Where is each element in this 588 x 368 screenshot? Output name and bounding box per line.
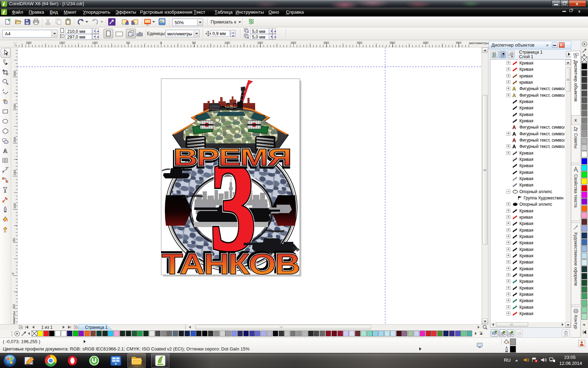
svg-text:3: 3 [508,54,510,56]
svg-text:ВРЕМЯ: ВРЕМЯ [173,144,291,170]
svg-text:x: x [247,31,249,33]
svg-text:ТАНКОВ: ТАНКОВ [161,248,299,275]
svg-text:6: 6 [516,334,517,336]
svg-text:3: 3 [499,334,500,336]
svg-text:A: A [3,148,7,154]
svg-text:?: ? [576,127,578,130]
svg-text:5: 5 [507,334,509,336]
svg-text:y: y [247,36,249,39]
